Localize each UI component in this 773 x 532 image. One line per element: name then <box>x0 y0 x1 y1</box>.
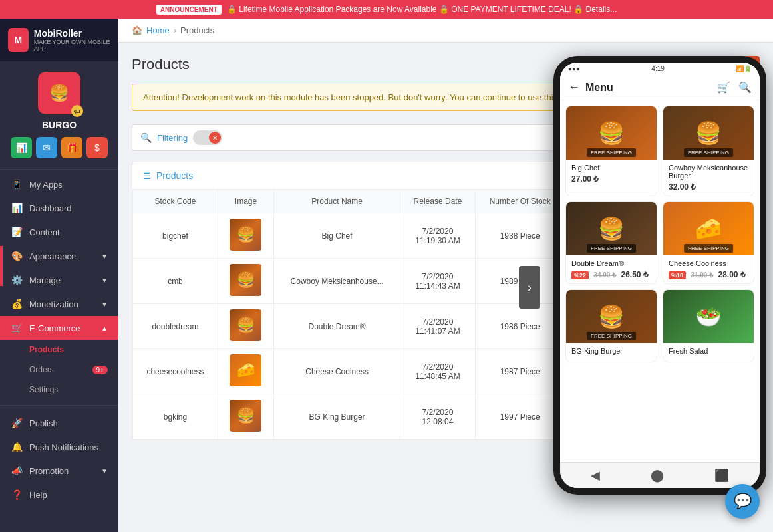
phone-status-left: ●●● <box>568 65 580 72</box>
cell-stock-code: doubledream <box>133 304 218 349</box>
food-info-salad: Fresh Salad <box>663 343 754 362</box>
cell-image: 🍔 <box>218 394 273 440</box>
cell-image: 🧀 <box>218 349 273 394</box>
food-card-cheese[interactable]: 🧀 FREE SHIPPING Cheese Coolness %10 31.0… <box>663 201 754 284</box>
cell-image: 🍔 <box>218 259 273 304</box>
phone-app-bar: ← Menu 🛒 🔍 <box>560 75 760 100</box>
phone-cart-icon[interactable]: 🛒 <box>717 81 730 94</box>
cell-product-name: Cheese Coolness <box>274 349 400 394</box>
food-name-salad: Fresh Salad <box>669 347 748 355</box>
publish-label: Publish <box>29 418 58 428</box>
food-sale-double: 26.50 ₺ <box>621 270 649 279</box>
filtering-toggle[interactable]: ✕ <box>193 130 222 145</box>
food-price-bigchef: 27.00 ₺ <box>571 174 651 184</box>
phone-nav-home[interactable]: ⬤ <box>651 468 664 483</box>
email-button[interactable]: ✉ <box>36 137 57 158</box>
monetization-icon: 💰 <box>11 299 23 309</box>
cell-release-date: 7/2/202011:41:07 AM <box>400 304 476 349</box>
sidebar-item-monetization[interactable]: 💰 Monetization ▼ <box>0 292 118 316</box>
my-apps-icon: 📱 <box>11 179 23 190</box>
dashboard-label: Dashboard <box>29 203 72 213</box>
cell-release-date: 7/2/202012:08:04 <box>400 394 476 440</box>
sidebar-item-content[interactable]: 📝 Content <box>0 220 118 244</box>
filtering-label: Filtering <box>157 133 188 143</box>
cell-product-name: Big Chef <box>274 213 400 259</box>
phone-nav-back[interactable]: ◀ <box>591 468 600 483</box>
food-name-cowboy: Cowboy Meksicanhouse Burger <box>669 164 748 180</box>
nav-divider-1 <box>0 405 118 406</box>
food-card-salad[interactable]: 🥗 Fresh Salad <box>663 289 754 362</box>
sidebar-item-push-notifications[interactable]: 🔔 Push Notifications <box>0 435 118 459</box>
food-name-double: Double Dream® <box>571 259 651 267</box>
ecommerce-arrow-icon: ▲ <box>101 325 108 332</box>
food-img-double: 🍔 FREE SHIPPING <box>566 202 657 255</box>
discount-badge-double: %22 <box>571 271 589 279</box>
promotion-arrow-icon: ▼ <box>101 467 108 475</box>
announcement-text: 🔒 Lifetime Mobile Application Packages a… <box>227 5 617 14</box>
food-name-bigchef: Big Chef <box>571 164 651 172</box>
phone-overlay: ●●● 4:19 📶🔋 ← Menu 🛒 🔍 <box>547 43 773 532</box>
app-name: BURGO <box>42 120 77 130</box>
gift-button[interactable]: 🎁 <box>61 137 82 158</box>
stats-button[interactable]: 📊 <box>11 137 32 158</box>
food-card-bgking[interactable]: 🍔 FREE SHIPPING BG King Burger <box>565 289 657 362</box>
cell-product-name: Cowboy Meksicanhouse... <box>274 259 400 304</box>
food-card-cowboy[interactable]: 🍔 FREE SHIPPING Cowboy Meksicanhouse Bur… <box>663 106 754 196</box>
sidebar-item-promotion[interactable]: 📣 Promotion ▼ <box>0 459 118 483</box>
sidebar-item-appearance[interactable]: 🎨 Appearance ▼ <box>0 244 118 268</box>
appearance-icon: 🎨 <box>11 251 23 261</box>
phone-back-icon[interactable]: ← <box>568 80 580 94</box>
food-info-cowboy: Cowboy Meksicanhouse Burger 32.00 ₺ <box>663 160 754 196</box>
push-icon: 🔔 <box>11 442 23 452</box>
sidebar-item-dashboard[interactable]: 📊 Dashboard <box>0 196 118 220</box>
push-label: Push Notifications <box>29 442 98 452</box>
phone-status-bar: ●●● 4:19 📶🔋 <box>560 63 760 75</box>
money-button[interactable]: $ <box>86 137 108 158</box>
phone-nav-square[interactable]: ⬛ <box>714 468 729 483</box>
filtering-close-icon[interactable]: ✕ <box>209 132 221 144</box>
food-original-double: 34.00 ₺ <box>593 271 616 279</box>
food-sale-cheese: 28.00 ₺ <box>718 270 746 279</box>
breadcrumb-current: Products <box>180 25 214 35</box>
help-label: Help <box>29 490 47 500</box>
orders-label: Orders <box>29 365 54 374</box>
food-img-bgking: 🍔 FREE SHIPPING <box>566 290 657 343</box>
breadcrumb-home-icon: 🏠 <box>132 25 142 35</box>
manage-label: Manage <box>29 275 61 285</box>
promotion-icon: 📣 <box>11 466 23 476</box>
cell-stock-code: bgking <box>133 394 218 440</box>
phone-search-icon[interactable]: 🔍 <box>738 81 752 94</box>
food-card-double[interactable]: 🍔 FREE SHIPPING Double Dream® %22 34.00 … <box>565 201 657 284</box>
app-actions: 📊 ✉ 🎁 $ <box>11 137 108 158</box>
cell-release-date: 7/2/202011:48:45 AM <box>400 349 476 394</box>
cell-stock-code: bigchef <box>133 213 218 259</box>
sidebar-sub-settings[interactable]: Settings <box>0 380 118 400</box>
announcement-badge: ANNOUNCEMENT <box>156 5 222 15</box>
food-img-salad: 🥗 <box>663 290 754 343</box>
preview-next-arrow[interactable]: › <box>519 266 540 309</box>
app-avatar: 🍔 🏷 <box>38 72 80 114</box>
sidebar-item-help[interactable]: ❓ Help <box>0 483 118 507</box>
sidebar-sub-products[interactable]: Products <box>0 340 118 360</box>
ecommerce-icon: 🛒 <box>11 323 23 333</box>
sidebar-item-my-apps[interactable]: 📱 My Apps <box>0 172 118 196</box>
sidebar-item-ecommerce[interactable]: 🛒 E-Commerce ▲ <box>0 316 118 340</box>
chat-bubble[interactable]: 💬 <box>725 484 760 519</box>
logo-sub: MAKE YOUR OWN MOBILE APP <box>34 39 110 52</box>
app-profile: 🍔 🏷 BURGO 📊 ✉ 🎁 $ <box>0 61 118 170</box>
manage-icon: ⚙️ <box>11 275 23 285</box>
filter-search-icon: 🔍 <box>140 132 152 143</box>
food-name-bgking: BG King Burger <box>571 347 651 355</box>
sidebar-item-manage[interactable]: ⚙️ Manage ▼ <box>0 268 118 292</box>
col-release-date: Release Date <box>400 190 476 213</box>
products-header-title: Products <box>156 170 193 181</box>
cell-stock-code: cheesecoolness <box>133 349 218 394</box>
phone-nav: ◀ ⬤ ⬛ <box>560 462 760 488</box>
sidebar-item-publish[interactable]: 🚀 Publish <box>0 411 118 435</box>
sidebar-sub-orders[interactable]: Orders 9+ <box>0 360 118 380</box>
feedback-tab[interactable]: Feedback <box>0 246 3 286</box>
breadcrumb-home-link[interactable]: Home <box>146 25 170 35</box>
col-stock-code: Stock Code <box>133 190 218 213</box>
food-card-bigchef[interactable]: 🍔 FREE SHIPPING Big Chef 27.00 ₺ <box>565 106 657 196</box>
chat-icon: 💬 <box>734 493 752 510</box>
